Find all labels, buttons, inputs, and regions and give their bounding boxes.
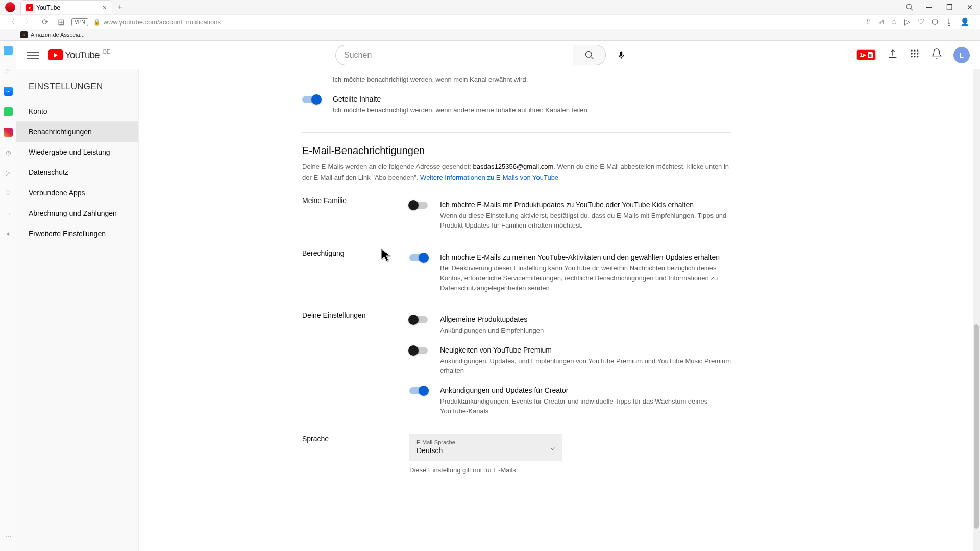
permission-toggle[interactable] — [409, 254, 428, 261]
heart-sidebar-icon[interactable]: ♡ — [4, 189, 13, 198]
youtube-logo-icon — [48, 49, 63, 60]
avatar[interactable]: L — [953, 47, 970, 63]
lock-icon: 🔒 — [93, 19, 101, 26]
prefs-label: Deine Einstellungen — [302, 310, 409, 421]
instagram-icon[interactable] — [4, 128, 13, 137]
new-tab-button[interactable]: + — [112, 2, 128, 13]
more-icon[interactable]: ⋯ — [4, 532, 13, 541]
permission-title: Ich möchte E-Mails zu meinen YouTube-Akt… — [440, 253, 731, 261]
share-icon[interactable]: ⇪ — [865, 17, 872, 27]
history-icon[interactable]: ☆ — [4, 66, 13, 76]
addressbar-icons: ⇪ ⎚ ☆ ▷ ♡ ⬡ ⭳ 👤 — [865, 17, 975, 27]
search-button[interactable] — [573, 45, 606, 65]
vpn-badge[interactable]: VPN — [71, 18, 88, 26]
youtube-body: EINSTELLUNGEN Konto Benachrichtigungen W… — [16, 69, 980, 551]
sidebar-item-wiedergabe[interactable]: Wiedergabe und Leistung — [16, 142, 138, 162]
search-input[interactable]: Suchen — [335, 45, 573, 65]
url-field[interactable]: 🔒 www.youtube.com/account_notifications — [93, 18, 860, 26]
reload-button[interactable]: ⟳ — [40, 17, 51, 27]
general-updates-toggle[interactable] — [409, 316, 428, 323]
sidebar-item-erweitert[interactable]: Erweiterte Einstellungen — [16, 223, 138, 244]
clock-icon[interactable]: ◷ — [4, 148, 13, 157]
shared-toggle[interactable] — [302, 96, 321, 103]
upload-icon[interactable] — [887, 48, 898, 62]
voice-search-icon[interactable] — [611, 45, 631, 65]
email-info-link[interactable]: Weitere Informationen zu E-Mails von You… — [420, 173, 558, 181]
window-controls: ─ ❐ ✕ — [919, 0, 980, 14]
svg-point-0 — [906, 4, 911, 9]
browser-tab[interactable]: YouTube × — [20, 0, 112, 14]
premium-news-toggle[interactable] — [409, 347, 428, 354]
header-right: 1▸ L — [856, 47, 970, 63]
profile-icon[interactable]: 👤 — [960, 17, 970, 27]
language-field-label: E-Mail-Sprache — [416, 439, 555, 445]
email-section-sub: Deine E-Mails werden an die folgende Adr… — [302, 162, 731, 183]
bookmark-bar: a Amazon.de Associa... — [0, 29, 980, 40]
browser-search-icon[interactable] — [905, 3, 914, 13]
premium-news-desc: Ankündigungen, Updates, und Empfehlungen… — [440, 356, 731, 376]
extension-badge[interactable]: 1▸ — [856, 49, 876, 60]
permission-group: Berechtigung Ich möchte E-Mails zu meine… — [302, 248, 731, 298]
creator-updates-toggle[interactable] — [409, 387, 428, 394]
speed-dial-icon[interactable]: ⊞ — [56, 17, 66, 27]
svg-point-9 — [914, 56, 915, 57]
language-select[interactable]: E-Mail-Sprache Deutsch ⌵ — [409, 434, 562, 461]
download-icon[interactable]: ⭳ — [945, 17, 953, 27]
settings-content: Ich möchte benachrichtigt werden, wenn m… — [139, 69, 980, 551]
sidebar-item-verbundene-apps[interactable]: Verbundene Apps — [16, 183, 138, 203]
apps-icon[interactable] — [910, 48, 920, 61]
language-value: Deutsch — [416, 446, 555, 455]
language-label: Sprache — [302, 434, 409, 474]
pin-icon[interactable]: ✦ — [4, 230, 13, 239]
permission-desc: Bei Deaktivierung dieser Einstellung kan… — [440, 263, 731, 293]
bookmark-icon[interactable]: ☆ — [891, 17, 897, 27]
svg-point-1 — [585, 51, 592, 57]
sidebar-item-abrechnung[interactable]: Abrechnung und Zahlungen — [16, 203, 138, 223]
circle-icon[interactable]: ○ — [4, 209, 13, 218]
svg-point-5 — [911, 53, 913, 54]
svg-point-4 — [917, 50, 918, 52]
settings-sidebar: EINSTELLUNGEN Konto Benachrichtigungen W… — [16, 69, 139, 551]
url-text: www.youtube.com/account_notifications — [104, 18, 222, 26]
tab-close-icon[interactable]: × — [103, 4, 107, 12]
send-icon[interactable]: ▷ — [904, 17, 911, 27]
opera-home-icon[interactable] — [4, 46, 13, 55]
minimize-button[interactable]: ─ — [919, 0, 939, 14]
svg-point-2 — [911, 50, 913, 52]
opera-sidebar: ☆ ~ ◷ ▷ ♡ ○ ✦ ⋯ — [0, 41, 16, 551]
scrollbar-track[interactable] — [973, 69, 980, 551]
prefs-group: Deine Einstellungen Allgemeine Produktup… — [302, 310, 731, 421]
play-icon[interactable]: ▷ — [4, 168, 13, 178]
youtube-logo[interactable]: YouTube DE — [48, 49, 110, 61]
creator-updates-title: Ankündigungen und Updates für Creator — [440, 386, 731, 394]
scrollbar-thumb[interactable] — [974, 324, 979, 529]
search-form: Suchen — [335, 45, 631, 65]
language-group: Sprache E-Mail-Sprache Deutsch ⌵ Diese E… — [302, 434, 731, 474]
creator-updates-desc: Produktankündigungen, Events für Creator… — [440, 396, 731, 416]
camera-icon[interactable]: ⎚ — [879, 17, 884, 27]
sidebar-item-konto[interactable]: Konto — [16, 101, 138, 121]
family-desc: Wenn du diese Einstellung aktivierst, be… — [440, 211, 731, 231]
svg-point-7 — [917, 53, 918, 54]
language-note: Diese Einstellung gilt nur für E-Mails — [409, 466, 731, 474]
forward-button[interactable]: 〉 — [22, 17, 35, 28]
bookmark-link[interactable]: Amazon.de Associa... — [31, 32, 85, 38]
back-button[interactable]: 〈 — [5, 17, 17, 28]
youtube-logo-text: YouTube — [65, 49, 100, 61]
tab-title: YouTube — [36, 4, 60, 11]
cube-icon[interactable]: ⬡ — [932, 17, 938, 27]
notifications-icon[interactable] — [931, 48, 942, 62]
family-label: Meine Familie — [302, 195, 409, 236]
close-window-button[interactable]: ✕ — [960, 0, 980, 14]
family-toggle[interactable] — [409, 202, 428, 209]
youtube-region: DE — [103, 49, 110, 55]
whatsapp-icon[interactable] — [4, 107, 13, 116]
heart-icon[interactable]: ♡ — [918, 17, 924, 27]
sidebar-item-datenschutz[interactable]: Datenschutz — [16, 162, 138, 183]
svg-point-10 — [917, 56, 918, 57]
sidebar-item-benachrichtigungen[interactable]: Benachrichtigungen — [16, 121, 138, 142]
maximize-button[interactable]: ❐ — [939, 0, 960, 14]
hamburger-menu-icon[interactable] — [27, 49, 39, 61]
opera-logo-icon[interactable] — [5, 2, 15, 12]
messenger-icon[interactable]: ~ — [4, 87, 13, 96]
